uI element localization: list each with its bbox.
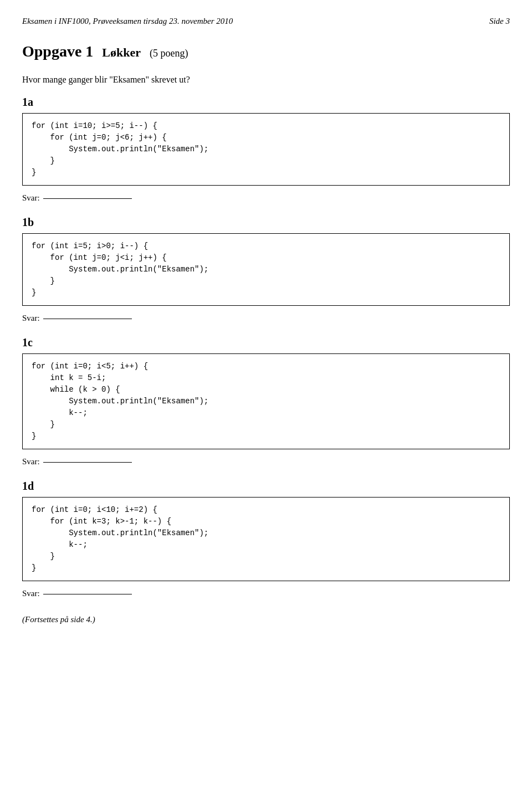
code-block-1d: for (int i=0; i<10; i+=2) { for (int k=3…: [22, 497, 510, 581]
problem-1b-label: 1b: [22, 216, 510, 229]
svar-1d: Svar:: [22, 589, 510, 598]
problem-1a-label: 1a: [22, 96, 510, 109]
problem-1c-label: 1c: [22, 336, 510, 349]
code-block-1c: for (int i=0; i<5; i++) { int k = 5-i; w…: [22, 353, 510, 449]
page-header: Eksamen i INF1000, Prøveeksamen tirsdag …: [22, 17, 510, 26]
code-block-1b: for (int i=5; i>0; i--) { for (int j=0; …: [22, 233, 510, 306]
svar-1b: Svar:: [22, 314, 510, 323]
header-left: Eksamen i INF1000, Prøveeksamen tirsdag …: [22, 17, 233, 26]
svar-1c: Svar:: [22, 457, 510, 466]
main-subtitle-keyword: Løkker: [102, 45, 141, 60]
main-subtitle-points: (5 poeng): [150, 48, 188, 59]
main-title: Oppgave 1: [22, 43, 93, 60]
header-right: Side 3: [489, 17, 510, 26]
intro-text: Hvor mange ganger blir "Eksamen" skrevet…: [22, 75, 510, 85]
footer-note: (Fortsettes på side 4.): [22, 615, 510, 624]
svar-1a: Svar:: [22, 193, 510, 203]
code-block-1a: for (int i=10; i>=5; i--) { for (int j=0…: [22, 113, 510, 186]
problem-1d-label: 1d: [22, 480, 510, 493]
